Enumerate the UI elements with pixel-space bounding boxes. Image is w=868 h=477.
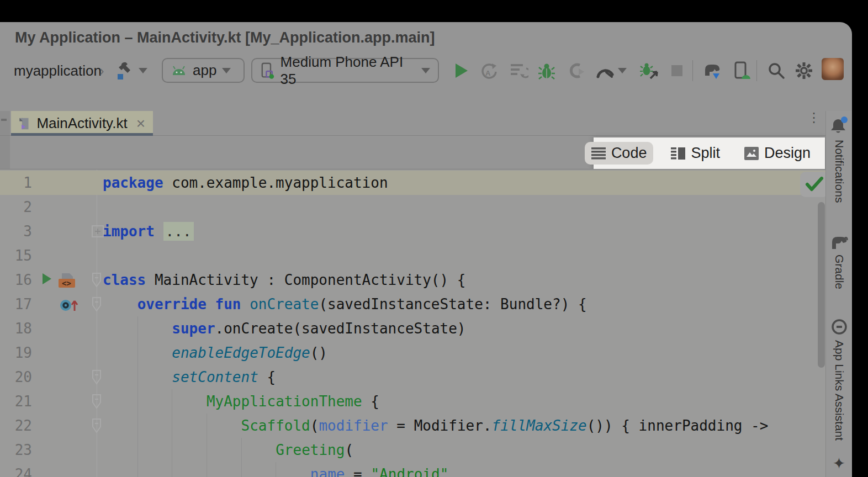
fold-arrow-icon[interactable] [92, 394, 102, 409]
view-mode-design[interactable]: Design [738, 142, 817, 165]
right-tool-stripe: Notifications Gradle App Links Assistant… [825, 111, 852, 477]
code-token: enableEdgeToEdge [172, 344, 310, 361]
settings-button[interactable] [792, 58, 816, 83]
code-text[interactable]: package com.example.myapplication [103, 171, 388, 195]
code-line[interactable]: 1package com.example.myapplication [0, 171, 825, 195]
fold-arrow-icon[interactable] [92, 272, 102, 288]
code-line[interactable]: 17override fun onCreate(savedInstanceSta… [0, 292, 825, 316]
stop-button[interactable] [666, 58, 688, 83]
attach-debugger-button[interactable] [636, 58, 661, 83]
apply-changes-button[interactable]: A [477, 58, 501, 83]
line-number[interactable]: 21 [11, 389, 32, 414]
code-text[interactable]: name = "Android", [103, 462, 457, 477]
breadcrumb[interactable]: myapplication [14, 54, 102, 88]
search-everywhere-button[interactable] [764, 58, 788, 83]
inspections-ok-icon [805, 177, 824, 192]
gear-icon [795, 61, 813, 80]
code-token: class [103, 272, 146, 288]
title-bar: My Application – MainActivity.kt [My_App… [0, 22, 852, 54]
gemini-sparkle-icon[interactable]: ✦ [833, 454, 845, 473]
line-number[interactable]: 17 [11, 292, 32, 316]
module-selector[interactable]: app [162, 58, 245, 83]
code-token: Scaffold [241, 417, 310, 434]
code-line[interactable]: 2 [0, 195, 825, 219]
editor-scrollbar[interactable] [818, 202, 825, 368]
device-selector[interactable]: Medium Phone API 35 [251, 58, 439, 83]
code-line[interactable]: 3import ... [0, 219, 825, 243]
tool-window-app-links[interactable]: App Links Assistant [830, 318, 848, 441]
build-button[interactable] [113, 58, 135, 83]
tab-mainactivity[interactable]: MainActivity.kt × [11, 111, 153, 136]
code-line[interactable]: 24name = "Android", [0, 462, 825, 477]
code-text[interactable]: class MainActivity : ComponentActivity()… [103, 268, 465, 292]
line-number[interactable]: 24 [11, 462, 32, 477]
code-text[interactable]: super.onCreate(savedInstanceState) [103, 316, 466, 341]
apply-code-changes-button[interactable] [507, 58, 531, 83]
fold-arrow-icon[interactable] [92, 418, 102, 433]
code-text[interactable]: Scaffold(modifier = Modifier.fillMaxSize… [103, 414, 768, 438]
line-number[interactable]: 2 [11, 195, 32, 219]
code-line[interactable]: 20setContent { [0, 365, 825, 389]
code-token [155, 223, 163, 240]
window-title: My Application – MainActivity.kt [My_App… [15, 22, 435, 54]
code-line[interactable]: 23Greeting( [0, 438, 825, 462]
tool-window-gradle[interactable]: Gradle [829, 234, 849, 289]
line-number[interactable]: 22 [11, 414, 32, 438]
debug-button[interactable] [534, 58, 559, 83]
code-line[interactable]: 21MyApplicationTheme { [0, 389, 825, 414]
build-dropdown[interactable] [137, 58, 149, 83]
line-number[interactable]: 18 [11, 316, 32, 341]
code-text[interactable]: import ... [103, 219, 194, 243]
run-line-icon[interactable] [41, 272, 52, 285]
code-token: fun [215, 296, 241, 312]
code-token [241, 296, 250, 312]
view-mode-code[interactable]: Code [585, 142, 654, 165]
profiler-dropdown[interactable] [616, 58, 628, 83]
code-editor[interactable]: 1package com.example.myapplication23impo… [0, 169, 825, 477]
device-manager-button[interactable] [729, 58, 754, 83]
code-line[interactable]: 22Scaffold(modifier = Modifier.fillMaxSi… [0, 414, 825, 438]
view-mode-split[interactable]: Split [664, 142, 727, 165]
code-line[interactable]: 16<>class MainActivity : ComponentActivi… [0, 268, 825, 292]
close-icon[interactable]: × [136, 115, 145, 132]
line-number[interactable]: 3 [11, 219, 32, 243]
sync-project-button[interactable] [699, 58, 726, 83]
compose-preview-icon[interactable]: <> [56, 272, 76, 289]
line-number[interactable]: 16 [11, 268, 32, 292]
code-text[interactable]: MyApplicationTheme { [103, 389, 379, 414]
chevron-down-icon [421, 68, 430, 73]
line-number[interactable]: 15 [11, 243, 32, 268]
more-options-icon[interactable]: ⋮ [807, 114, 814, 120]
code-text[interactable]: setContent { [103, 365, 276, 389]
inspection-widget[interactable] [800, 172, 829, 197]
fold-plus-icon[interactable] [92, 225, 104, 237]
view-mode-switcher: Code Split Design [594, 137, 825, 169]
line-number[interactable]: 1 [11, 171, 32, 195]
tool-window-notifications[interactable]: Notifications [830, 116, 849, 203]
profiler-button[interactable] [593, 58, 617, 83]
attach-debugger-icon [639, 62, 658, 80]
editor-tab-bar: MainActivity.kt × ⋮ [0, 111, 852, 136]
avatar[interactable] [822, 58, 844, 80]
breadcrumb-project[interactable]: myapplication [14, 62, 102, 80]
code-text[interactable]: Greeting( [103, 438, 353, 462]
line-number[interactable]: 23 [11, 438, 32, 462]
code-line[interactable]: 18super.onCreate(savedInstanceState) [0, 316, 825, 341]
svg-text:<>: <> [62, 279, 71, 288]
code-token: Greeting [276, 442, 345, 458]
line-number[interactable]: 20 [11, 365, 32, 389]
apply-changes-icon: A [480, 61, 499, 80]
code-token: override [137, 296, 207, 312]
code-token [207, 296, 215, 312]
fold-arrow-icon[interactable] [92, 369, 102, 385]
run-with-coverage-button[interactable] [564, 58, 589, 83]
fold-arrow-icon[interactable] [92, 296, 102, 312]
code-text[interactable]: enableEdgeToEdge() [103, 341, 327, 365]
code-line[interactable]: 19enableEdgeToEdge() [0, 341, 825, 365]
run-button[interactable] [450, 58, 472, 83]
line-number[interactable]: 19 [11, 341, 32, 365]
code-token: ( [310, 417, 319, 434]
overriding-method-icon[interactable] [59, 296, 80, 313]
code-text[interactable]: override fun onCreate(savedInstanceState… [103, 292, 587, 316]
code-line[interactable]: 15 [0, 243, 825, 268]
